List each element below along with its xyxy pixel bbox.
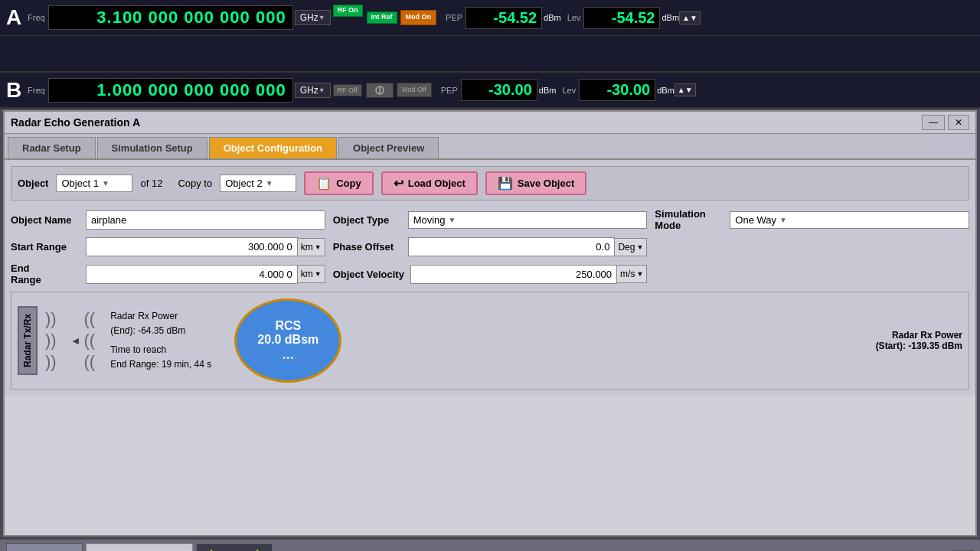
channel-a-pep-value[interactable]: -54.52 [466, 7, 542, 29]
phase-offset-label: Phase Offset [333, 241, 402, 253]
channel-b-freq-display[interactable]: 1.000 000 000 000 000 [48, 78, 293, 103]
channel-a-lev-label: Lev [567, 13, 581, 22]
object-name-input[interactable] [86, 210, 325, 230]
save-icon: 💾 [498, 176, 513, 191]
wave-taskbar-preview[interactable] [196, 543, 273, 552]
wave-visualization: )) )) )) ◄ (( (( (( [45, 309, 95, 372]
copy-to-select[interactable]: Object 2 ▼ [220, 174, 296, 192]
save-object-button[interactable]: 💾 Save Object [485, 171, 586, 195]
phase-offset-input[interactable] [408, 237, 616, 256]
minimize-button[interactable]: — [922, 115, 945, 130]
channel-b-lev-label: Lev [562, 86, 576, 95]
window-titlebar: Radar Echo Generation A — ✕ [5, 112, 975, 134]
channel-b-rf-off-button[interactable]: RF Off [333, 84, 362, 96]
rcs-label: RCS [275, 319, 301, 333]
object-velocity-label: Object Velocity [333, 269, 404, 280]
simulation-mode-select[interactable]: One Way ▼ [730, 211, 969, 229]
copy-icon: 📋 [316, 176, 332, 191]
tab-radar-setup[interactable]: Radar Setup [8, 137, 96, 158]
load-icon: ↩ [394, 176, 403, 191]
wave-preview-svg [200, 547, 269, 552]
rx-power-start-text: Radar Rx Power (Start): -139.35 dBm [876, 330, 962, 351]
channel-a-pep-label: PEP [446, 13, 462, 22]
tab-simulation-setup[interactable]: Simulation Setup [97, 137, 207, 158]
main-window: Radar Echo Generation A — ✕ Radar Setup … [3, 110, 977, 536]
object-name-field: Object Name [11, 210, 325, 230]
channel-a-freq-display[interactable]: 3.100 000 000 000 000 [48, 5, 293, 30]
phase-offset-unit[interactable]: Deg ▼ [615, 238, 647, 256]
form-row-1: Object Name Object Type Moving ▼ Simulat… [11, 208, 969, 231]
rx-power-end-text: Radar Rx Power (End): -64.35 dBm [110, 309, 211, 338]
object-type-label: Object Type [333, 214, 402, 226]
channel-a-mod-on-button[interactable]: Mod On [400, 10, 437, 25]
close-button[interactable]: ✕ [948, 115, 969, 130]
copy-to-label: Copy to [178, 178, 212, 189]
channel-b-lev-value[interactable]: -30.00 [579, 79, 655, 101]
instrument-bar-b: B Freq 1.000 000 000 000 000 GHz ▼ RF Of… [0, 73, 980, 109]
simulation-mode-label: Simulation Mode [655, 208, 724, 231]
window-controls: — ✕ [922, 115, 969, 130]
end-range-input[interactable] [86, 265, 298, 284]
wave-line-6: (( [84, 352, 96, 372]
channel-a-lev-value[interactable]: -54.52 [583, 7, 660, 29]
channel-b-label: B [3, 78, 24, 103]
radar-info: Radar Rx Power (End): -64.35 dBm Time to… [110, 309, 211, 373]
object-type-select[interactable]: Moving ▼ [408, 211, 648, 229]
rega-taskbar-preview[interactable]: REG A [86, 543, 193, 552]
start-range-unit[interactable]: km ▼ [298, 238, 325, 256]
load-object-button[interactable]: ↩ Load Object [381, 171, 478, 195]
channel-b-int-ref-button[interactable] [366, 83, 394, 98]
object-velocity-field: Object Velocity m/s ▼ [333, 265, 648, 284]
window-title: Radar Echo Generation A [11, 116, 140, 129]
instrument-bar: A Freq 3.100 000 000 000 000 GHz ▼ RF On… [0, 0, 980, 73]
channel-a-label: A [3, 5, 24, 30]
outgoing-waves: )) )) )) [45, 309, 57, 372]
channel-a-pep-unit: dBm [544, 13, 561, 22]
toolbar-row: Object Object 1 ▼ of 12 Copy to Object 2… [11, 166, 969, 201]
channel-a-rf-on-button[interactable]: RF On [333, 5, 363, 17]
channel-a-freq-unit[interactable]: GHz ▼ [295, 10, 331, 25]
tab-object-preview[interactable]: Object Preview [338, 137, 439, 158]
start-range-field: Start Range km ▼ [11, 237, 325, 256]
channel-b-freq-unit[interactable]: GHz ▼ [295, 83, 331, 98]
channel-b-freq-label: Freq [28, 86, 45, 95]
of-label: of 12 [140, 178, 162, 189]
object-name-label: Object Name [11, 214, 80, 226]
system-config-taskbar-item[interactable]: ⚙ System Config [6, 543, 83, 552]
object-velocity-input-group: m/s ▼ [410, 265, 647, 284]
simulation-mode-arrow: ▼ [779, 216, 787, 224]
simulation-mode-field: Simulation Mode One Way ▼ [655, 208, 969, 231]
radar-tx-rx-button[interactable]: Radar Tx/Rx [18, 306, 38, 375]
rcs-oval[interactable]: RCS 20.0 dBsm ... [234, 298, 341, 383]
phase-offset-input-group: Deg ▼ [408, 237, 648, 256]
object-toolbar-label: Object [18, 178, 48, 189]
wave-line-3: )) [45, 352, 57, 372]
end-range-unit[interactable]: km ▼ [298, 265, 325, 283]
object-velocity-unit[interactable]: m/s ▼ [617, 265, 647, 283]
object-type-field: Object Type Moving ▼ [333, 211, 648, 229]
wave-line-5: (( [84, 331, 96, 350]
object-velocity-input[interactable] [410, 265, 617, 284]
channel-b-pep-unit: dBm [539, 86, 557, 95]
channel-b-pep-value[interactable]: -30.00 [461, 79, 537, 101]
taskbar: ⚙ System Config REG A ⊞ [0, 538, 980, 551]
channel-a-lev-unit: dBm [662, 13, 679, 22]
channel-b-mod-off-button[interactable]: Mod Off [397, 83, 432, 98]
visualization-area: Radar Tx/Rx )) )) )) ◄ (( (( (( [11, 292, 969, 390]
start-range-input-group: km ▼ [86, 237, 325, 256]
content-area: Object Object 1 ▼ of 12 Copy to Object 2… [5, 160, 975, 396]
object-select-arrow: ▼ [102, 179, 109, 187]
copy-button[interactable]: 📋 Copy [304, 171, 374, 195]
object-type-arrow: ▼ [449, 216, 456, 224]
channel-a-int-ref-button[interactable]: Int Ref [367, 11, 397, 24]
channel-b-pep-label: PEP [441, 86, 458, 95]
tab-object-configuration[interactable]: Object Configuration [209, 137, 337, 158]
channel-b-lev-unit: dBm [657, 86, 675, 95]
form-row-2: Start Range km ▼ Phase Offset Deg ▼ [11, 237, 969, 256]
start-range-input[interactable] [86, 237, 298, 256]
channel-a-lev-arrow[interactable]: ▲▼ [679, 11, 701, 24]
wave-line-4: (( [84, 309, 96, 329]
channel-b-lev-arrow[interactable]: ▲▼ [675, 83, 696, 96]
rcs-value: 20.0 dBsm [257, 333, 318, 347]
object-select[interactable]: Object 1 ▼ [56, 174, 132, 192]
